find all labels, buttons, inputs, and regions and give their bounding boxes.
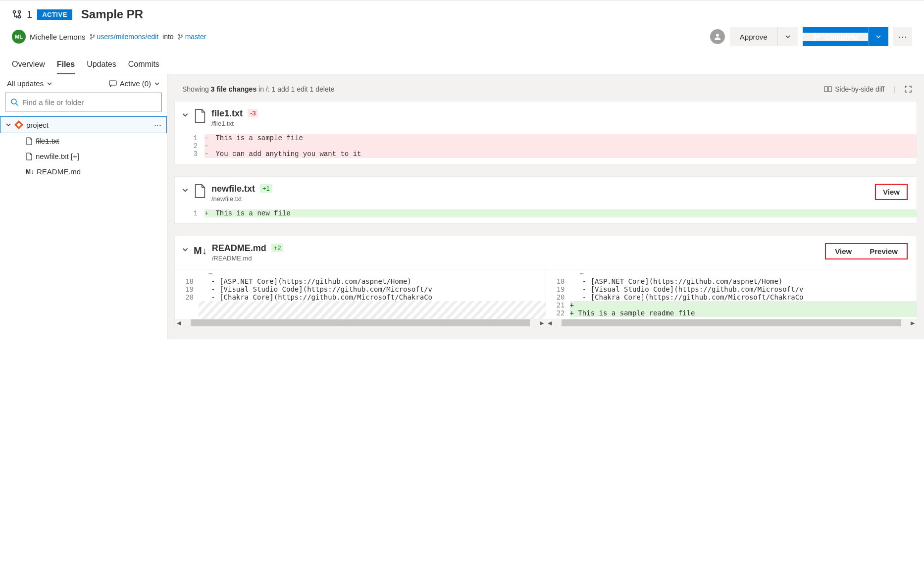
svg-point-10 — [814, 33, 816, 35]
file-card-newfile: newfile.txt +1 /newfile.txt View 1+ This… — [174, 176, 917, 224]
svg-point-0 — [18, 16, 21, 18]
source-branch[interactable]: users/milemons/edit — [90, 33, 159, 41]
status-badge: ACTIVE — [37, 9, 72, 20]
more-actions-button[interactable]: ⋯ — [893, 27, 912, 46]
diff-line[interactable] — [211, 142, 917, 150]
svg-point-4 — [90, 38, 92, 39]
no-change-placeholder — [199, 301, 546, 310]
diff-line[interactable]: + — [570, 301, 917, 309]
approve-dropdown[interactable] — [777, 27, 798, 46]
file-name: README.md — [212, 243, 266, 254]
diff-line[interactable]: - [Visual Studio Code](https://github.co… — [570, 285, 917, 293]
diff-line[interactable]: - [Visual Studio Code](https://github.co… — [199, 285, 546, 293]
markdown-icon: M↓ — [194, 245, 207, 257]
side-by-side-icon — [824, 86, 832, 92]
file-icon — [194, 108, 206, 123]
complete-button[interactable]: Complete — [803, 27, 888, 46]
delta-badge: +1 — [260, 184, 272, 193]
diff-main: Showing 3 file changes in /: 1 add 1 edi… — [167, 74, 924, 339]
expand-context[interactable]: ⋯ — [199, 269, 212, 277]
chevron-down-icon — [5, 122, 11, 128]
svg-rect-13 — [109, 81, 116, 85]
author-avatar[interactable]: ML — [12, 30, 26, 44]
author-name[interactable]: Michelle Lemons — [30, 33, 86, 41]
line-number: 21 — [546, 301, 570, 309]
svg-point-6 — [178, 34, 180, 36]
line-number: 20 — [175, 293, 199, 301]
merge-icon — [813, 33, 821, 41]
side-by-side-diff: ⋯ 18 - [ASP.NET Core](https://github.com… — [175, 269, 917, 319]
file-name: newfile.txt — [211, 184, 255, 194]
diff-mode-toggle[interactable]: Side-by-side diff — [824, 85, 884, 93]
collapse-toggle[interactable] — [182, 187, 189, 194]
target-branch[interactable]: master — [178, 33, 206, 41]
tree-file-label: README.md — [37, 167, 81, 176]
svg-point-2 — [13, 11, 16, 13]
diff-line[interactable]: This is a new file — [211, 209, 917, 217]
file-card-readme: M↓ README.md +2 /README.md View Preview … — [174, 236, 917, 327]
line-number: 1 — [175, 209, 205, 217]
changes-summary: Showing 3 file changes in /: 1 add 1 edi… — [182, 85, 334, 93]
file-search[interactable] — [5, 93, 162, 111]
file-icon — [194, 184, 206, 199]
reviewer-avatar[interactable] — [710, 29, 725, 44]
file-path: /file1.txt — [211, 120, 908, 127]
tab-commits[interactable]: Commits — [128, 56, 159, 74]
preview-button[interactable]: Preview — [861, 244, 907, 258]
diff-line[interactable]: You can add anything you want to it — [211, 150, 917, 158]
target-branch-label: master — [185, 33, 206, 41]
view-button[interactable]: View — [875, 184, 908, 200]
tab-files[interactable]: Files — [57, 56, 75, 74]
svg-point-11 — [814, 38, 816, 40]
complete-label: Complete — [824, 33, 858, 41]
tab-overview[interactable]: Overview — [12, 56, 45, 74]
line-number: 2 — [175, 142, 205, 150]
comments-filter-label: Active (0) — [120, 79, 151, 88]
view-button[interactable]: View — [826, 244, 861, 258]
expand-context[interactable]: ⋯ — [570, 269, 584, 277]
right-scrollbar[interactable]: ◀▶ — [546, 319, 917, 327]
fullscreen-button[interactable] — [904, 85, 912, 93]
chevron-down-icon — [47, 81, 52, 87]
complete-dropdown[interactable] — [868, 27, 888, 46]
svg-point-3 — [90, 34, 92, 36]
diff-line[interactable]: - [Chakra Core](https://github.com/Micro… — [570, 293, 917, 301]
branch-icon — [178, 33, 184, 40]
collapse-toggle[interactable] — [182, 111, 189, 118]
branch-icon — [90, 33, 96, 40]
diff-line[interactable]: + This is a sample readme file — [570, 309, 917, 317]
updates-filter-label: All updates — [7, 79, 44, 88]
file-card-file1: file1.txt -3 /file1.txt 1- This is a sam… — [174, 101, 917, 164]
diff-line[interactable]: - [ASP.NET Core](https://github.com/aspn… — [199, 277, 546, 285]
tree-root[interactable]: project ⋯ — [0, 116, 167, 133]
svg-point-12 — [818, 36, 820, 38]
line-number: 19 — [546, 285, 570, 293]
line-number: 22 — [546, 309, 570, 317]
file-sidebar: All updates Active (0) project ⋯ file1.t… — [0, 74, 167, 339]
pull-request-icon — [12, 9, 22, 19]
diff-block: 1- This is a sample file 2- 3- You can a… — [175, 134, 917, 158]
collapse-toggle[interactable] — [182, 246, 189, 253]
chevron-down-icon — [154, 81, 160, 87]
comments-filter[interactable]: Active (0) — [109, 79, 160, 88]
tree-file-label: newfile.txt [+] — [36, 152, 79, 160]
diff-line[interactable]: This is a sample file — [211, 134, 917, 142]
pr-number: 1 — [27, 9, 32, 20]
no-change-placeholder — [199, 310, 546, 319]
pr-tabs: Overview Files Updates Commits — [0, 56, 924, 74]
file-search-input[interactable] — [22, 98, 156, 106]
tree-root-more[interactable]: ⋯ — [154, 120, 161, 129]
tree-file-readme[interactable]: M↓ README.md — [0, 164, 167, 179]
updates-filter[interactable]: All updates — [7, 79, 52, 88]
diff-line[interactable]: - [ASP.NET Core](https://github.com/aspn… — [570, 277, 917, 285]
tab-updates[interactable]: Updates — [87, 56, 116, 74]
tree-file-newfile[interactable]: newfile.txt [+] — [0, 149, 167, 164]
left-scrollbar[interactable]: ◀▶ — [175, 319, 546, 327]
approve-button[interactable]: Approve — [730, 27, 798, 46]
line-number: 18 — [546, 277, 570, 285]
tree-file-file1[interactable]: file1.txt — [0, 133, 167, 149]
comment-icon — [109, 80, 117, 87]
file-path: /newfile.txt — [211, 195, 870, 203]
pr-title: Sample PR — [81, 7, 143, 21]
diff-line[interactable]: - [Chakra Core](https://github.com/Micro… — [199, 293, 546, 301]
